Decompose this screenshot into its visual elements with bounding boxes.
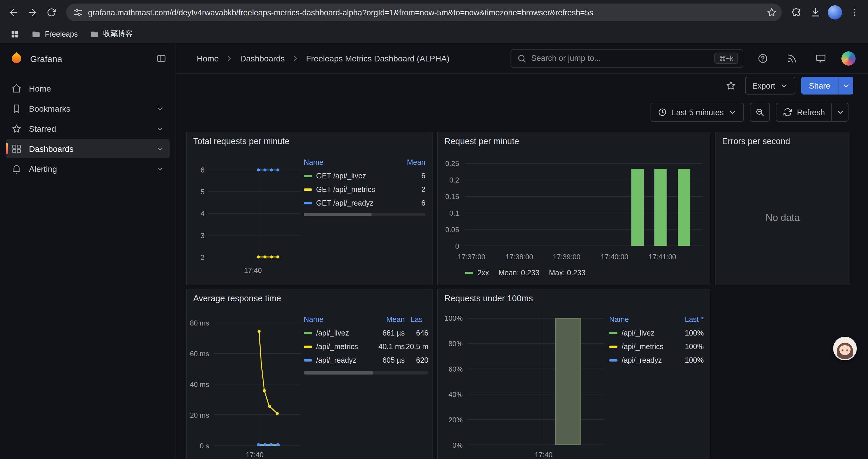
- series-swatch: [609, 359, 617, 361]
- series-name: /api/_metrics: [622, 342, 663, 351]
- profile-avatar[interactable]: [828, 5, 842, 20]
- y-tick: 0.25: [441, 160, 459, 168]
- star-icon: [725, 80, 736, 91]
- site-settings-icon[interactable]: [73, 8, 83, 17]
- bookmark-star-icon[interactable]: [766, 7, 777, 18]
- y-tick: 80 ms: [187, 319, 209, 327]
- news-rss-button[interactable]: [783, 50, 800, 66]
- sidebar-item-alerting[interactable]: Alerting: [6, 159, 169, 178]
- legend-row[interactable]: GET /api/_readyz 6: [304, 196, 426, 210]
- panel-title[interactable]: Request per minute: [438, 132, 710, 150]
- series-last: 20.5 m: [405, 342, 428, 351]
- legend-row[interactable]: GET /api/_livez 6: [304, 169, 426, 183]
- sidebar-collapse-button[interactable]: [156, 53, 167, 64]
- grafana-logo[interactable]: [9, 51, 24, 66]
- legend-col-name[interactable]: Name: [304, 158, 395, 167]
- dashboard-header: Export Share: [176, 74, 868, 97]
- panel-title[interactable]: Requests under 100ms: [438, 290, 710, 307]
- legend-row[interactable]: /api/_metrics 100%: [609, 340, 704, 353]
- legend-row[interactable]: GET /api/_metrics 2: [304, 183, 426, 196]
- legend-col-mean[interactable]: Mean: [367, 316, 405, 324]
- legend-col-last[interactable]: Last *: [673, 316, 704, 324]
- legend-row[interactable]: /api/_metrics 40.1 ms 20.5 m: [304, 340, 428, 353]
- url-text[interactable]: grafana.mathmast.com/d/deytv4rwavabkb/fr…: [88, 8, 761, 17]
- legend-row[interactable]: /api/_readyz 100%: [609, 353, 704, 367]
- grafana-app: Grafana Home Bookmarks Starred: [0, 43, 868, 459]
- time-range-picker[interactable]: Last 5 minutes: [651, 103, 744, 122]
- x-tick: 17:40: [532, 451, 555, 459]
- dashboards-grid-icon: [11, 143, 22, 154]
- legend-row[interactable]: /api/_livez 100%: [609, 326, 704, 340]
- star-icon: [11, 123, 22, 134]
- favorite-star-button[interactable]: [723, 77, 739, 94]
- series-name: /api/_livez: [316, 329, 349, 337]
- extensions-puzzle-icon: [791, 7, 802, 18]
- refresh-button[interactable]: Refresh: [776, 103, 832, 122]
- help-button[interactable]: [754, 50, 771, 66]
- scrollbar-thumb[interactable]: [304, 213, 372, 216]
- tv-kiosk-button[interactable]: [812, 50, 829, 66]
- panel-title[interactable]: Total requests per minute: [187, 132, 432, 150]
- search-input[interactable]: Search or jump to... ⌘+k: [510, 49, 743, 68]
- menu-kebab-button[interactable]: [845, 4, 863, 21]
- breadcrumb-home[interactable]: Home: [197, 54, 219, 63]
- share-button[interactable]: Share: [801, 77, 838, 95]
- legend-col-name[interactable]: Name: [304, 316, 367, 324]
- bookmark-folder-blogs[interactable]: 收藏博客: [87, 28, 135, 40]
- search-placeholder: Search or jump to...: [531, 54, 710, 63]
- panel-title[interactable]: Average response time: [187, 290, 432, 307]
- scrollbar-thumb[interactable]: [304, 371, 373, 374]
- y-tick: 0.2: [441, 176, 459, 184]
- series-mean: Mean: 0.233: [498, 269, 539, 277]
- help-circle-icon: [757, 53, 768, 64]
- export-button[interactable]: Export: [745, 77, 795, 95]
- y-tick: 80%: [439, 340, 463, 348]
- legend-col-name[interactable]: Name: [609, 316, 673, 324]
- panel-title[interactable]: Errors per second: [716, 132, 850, 150]
- share-split-button: Share: [801, 77, 853, 95]
- series-mean: 2: [395, 185, 426, 193]
- chevron-down-icon[interactable]: [156, 165, 164, 173]
- downloads-button[interactable]: [807, 4, 824, 21]
- assistant-avatar[interactable]: [833, 337, 857, 360]
- user-avatar[interactable]: [841, 51, 856, 65]
- extensions-button[interactable]: [788, 4, 805, 21]
- arrow-right-icon: [27, 7, 38, 18]
- refresh-interval-dropdown[interactable]: [832, 103, 848, 122]
- legend-scrollbar[interactable]: [304, 213, 426, 216]
- legend-row[interactable]: /api/_readyz 605 µs 620: [304, 353, 428, 367]
- chevron-down-icon[interactable]: [156, 144, 164, 153]
- folder-icon: [31, 29, 41, 39]
- y-tick: 6: [191, 166, 205, 174]
- chevron-down-icon[interactable]: [156, 104, 164, 112]
- legend-col-mean[interactable]: Mean: [395, 158, 426, 167]
- x-tick: 17:37:00: [455, 253, 488, 261]
- y-tick: 60%: [439, 365, 463, 373]
- apps-grid-button[interactable]: [8, 27, 22, 41]
- forward-button[interactable]: [24, 4, 41, 21]
- sidebar-item-starred[interactable]: Starred: [6, 119, 169, 138]
- legend-row[interactable]: /api/_livez 661 µs 646: [304, 326, 428, 340]
- chevron-down-icon[interactable]: [156, 124, 164, 133]
- panel-errors-per-second: Errors per second No data: [715, 132, 850, 285]
- legend-scrollbar[interactable]: [304, 371, 428, 374]
- y-tick: 2: [191, 254, 205, 262]
- legend-item[interactable]: 2xx: [465, 269, 489, 277]
- sidebar-item-bookmarks[interactable]: Bookmarks: [6, 99, 169, 118]
- legend-col-last[interactable]: Las: [405, 316, 428, 324]
- series-swatch: [609, 332, 617, 334]
- series-name: GET /api/_readyz: [316, 199, 373, 207]
- chevron-down-icon: [728, 108, 737, 117]
- breadcrumb-dashboards[interactable]: Dashboards: [240, 54, 285, 63]
- back-button[interactable]: [5, 4, 23, 21]
- panel-request-per-minute: Request per minute 0.25 0.2 0.15 0.1 0.0…: [437, 132, 710, 285]
- y-tick: 5: [191, 188, 205, 196]
- series-name: GET /api/_livez: [316, 172, 366, 180]
- sidebar-item-dashboards[interactable]: Dashboards: [6, 139, 169, 158]
- sidebar-item-home[interactable]: Home: [6, 78, 169, 98]
- zoom-out-button[interactable]: [749, 103, 770, 122]
- reload-button[interactable]: [42, 4, 60, 21]
- share-dropdown-button[interactable]: [838, 77, 853, 95]
- address-bar[interactable]: grafana.mathmast.com/d/deytv4rwavabkb/fr…: [66, 4, 782, 21]
- bookmark-folder-freeleaps[interactable]: Freeleaps: [29, 28, 80, 40]
